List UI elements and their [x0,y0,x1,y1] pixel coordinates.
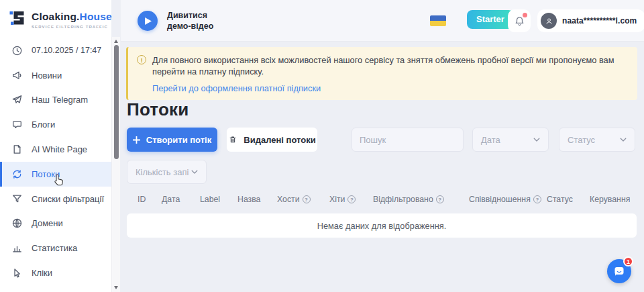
sidebar-item-statistics[interactable]: Статистика [0,236,111,260]
sidebar-item-label: AI White Page [32,144,87,154]
empty-state-row: Немає даних для відображення. [127,213,637,238]
chat-unread-badge: 1 [623,256,633,266]
demo-video-play-button[interactable] [138,11,158,31]
banner-text: Для повного використання всіх можливосте… [152,54,624,77]
deleted-streams-label: Видалені потоки [244,135,315,145]
chevron-down-icon [191,170,198,175]
sidebar-item-ai-white-page[interactable]: AI White Page [0,137,111,162]
person-icon [545,17,553,26]
clock-icon [11,45,23,56]
sidebar-item-blogs[interactable]: Блоги [0,112,111,137]
sync-icon [11,168,23,180]
empty-state-text: Немає даних для відображення. [317,221,447,231]
plan-badge[interactable]: Starter [467,10,514,29]
scroll-down-arrow[interactable] [114,286,118,289]
sidebar-nav: 07.10.2025 / 17:47 Новини Наш Telegram Б… [0,38,111,285]
help-icon[interactable]: ? [347,195,356,203]
col-actions: Керування [590,195,630,204]
demo-video-label[interactable]: Дивитися демо-відео [167,10,226,32]
logo-text: Cloaking.House SERVICE FILTERING TRAFFIC [32,11,112,29]
page-title: Потоки [127,99,189,120]
date-filter-select[interactable]: Дата [472,128,549,152]
col-hits: Хіти? [329,195,373,204]
warning-icon: ! [137,55,146,64]
col-name: Назва [237,195,277,204]
col-ratio: Співвідношення? [469,195,547,204]
chat-icon [11,119,23,130]
bar-chart-icon [11,242,23,254]
sidebar-scrollbar[interactable] [111,37,120,292]
per-page-select[interactable]: Кількість запі [127,160,207,184]
search-input[interactable] [360,135,478,145]
help-icon[interactable]: ? [533,195,541,203]
sidebar: Cloaking.House SERVICE FILTERING TRAFFIC… [0,0,111,292]
user-email: naata**********l.com [562,16,637,26]
sidebar-item-label: Списки фільтрації [32,194,104,204]
help-icon[interactable]: ? [303,195,311,203]
help-icon[interactable]: ? [436,195,444,203]
per-page-label: Кількість запі [136,167,189,177]
chat-bubble-icon [613,265,625,277]
status-filter-label: Статус [568,135,595,145]
flag-yellow-stripe [430,21,446,26]
sidebar-item-label: Наш Telegram [32,95,88,105]
language-flag-ukraine[interactable] [430,15,446,26]
avatar [541,13,557,29]
main-content: ! Для повного використання всіх можливос… [121,42,644,292]
play-icon [145,17,152,25]
sidebar-item-label: Статистика [32,243,77,253]
trial-warning-banner: ! Для повного використання всіх можливос… [126,47,637,100]
sidebar-item-label: Новини [32,70,62,81]
megaphone-icon [11,70,23,81]
sidebar-item-label: Блоги [32,119,55,130]
sidebar-item-label: Домени [32,218,63,228]
user-account-button[interactable]: naata**********l.com [537,9,644,32]
brand-dark: Cloaking. [32,11,80,22]
sidebar-item-streams[interactable]: Потоки [0,162,111,187]
search-field [352,128,464,152]
sidebar-item-clicks[interactable]: Кліки [0,260,111,285]
chevron-down-icon [533,138,540,142]
sidebar-item-telegram[interactable]: Наш Telegram [0,88,111,113]
col-id: ID [138,195,162,204]
cursor-icon [11,267,23,279]
logo[interactable]: Cloaking.House SERVICE FILTERING TRAFFIC [0,0,111,30]
col-hosts: Хости? [277,195,329,204]
funnel-icon [11,193,23,205]
support-chat-button[interactable]: 1 [607,259,631,283]
sidebar-item-filter-lists[interactable]: Списки фільтрації [0,187,111,211]
app-root: Cloaking.House SERVICE FILTERING TRAFFIC… [0,0,644,292]
streams-table-header: ID Дата Label Назва Хости? Хіти? Відфіль… [127,195,637,204]
notification-dot [523,13,527,17]
scrollbar-thumb[interactable] [114,45,119,159]
flag-blue-stripe [430,15,446,21]
scroll-up-arrow[interactable] [114,40,118,43]
sidebar-item-label: Кліки [32,268,52,278]
notifications-button[interactable] [508,9,531,32]
col-filtered: Відфільтровано? [373,195,469,204]
page-icon [11,144,23,155]
col-status: Статус [547,195,590,204]
sidebar-item-label: Потоки [32,169,60,179]
create-stream-button[interactable]: Створити потік [127,128,217,152]
sidebar-item-domains[interactable]: Домени [0,211,111,236]
sidebar-datetime-label: 07.10.2025 / 17:47 [32,46,101,55]
date-filter-label: Дата [481,135,500,145]
col-label: Label [200,195,237,204]
col-date: Дата [162,195,200,204]
globe-icon [11,217,23,229]
chevron-down-icon [620,138,627,142]
sidebar-datetime: 07.10.2025 / 17:47 [0,38,111,63]
logo-tagline: SERVICE FILTERING TRAFFIC [32,24,112,29]
sidebar-item-news[interactable]: Новини [0,63,111,88]
trash-icon [228,135,237,144]
deleted-streams-button[interactable]: Видалені потоки [227,128,317,152]
brand-accent: House [80,11,112,22]
plus-icon [133,136,140,144]
top-header: Дивитися демо-відео Starter naata*******… [121,0,644,42]
logo-mark-icon [9,9,26,30]
telegram-icon [11,94,23,105]
upgrade-subscription-link[interactable]: Перейти до оформлення платної підписки [152,83,624,93]
status-filter-select[interactable]: Статус [559,128,635,152]
create-stream-label: Створити потік [146,135,211,145]
